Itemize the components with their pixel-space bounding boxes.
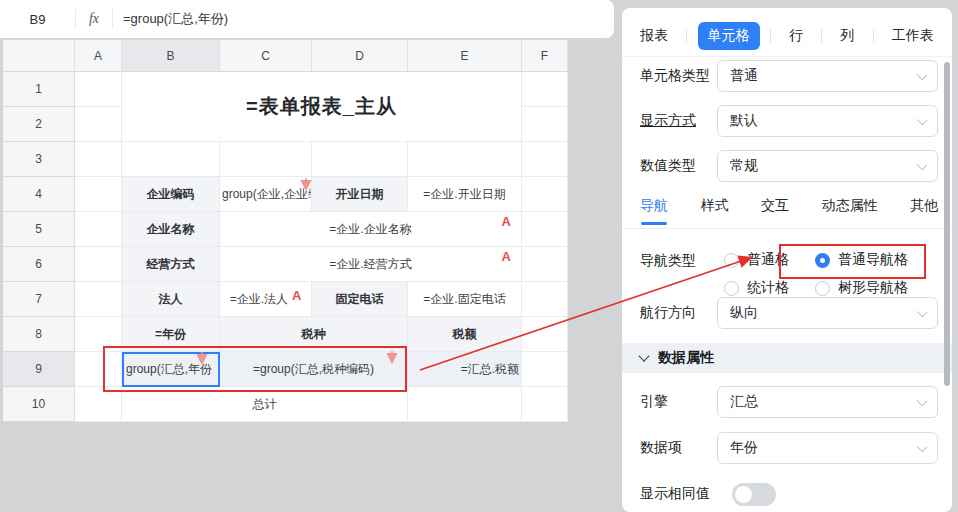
column-header-F[interactable]: F bbox=[522, 40, 568, 72]
subtab-style[interactable]: 样式 bbox=[701, 197, 729, 217]
cell-type-select[interactable]: 普通 bbox=[717, 60, 938, 92]
data-item-select[interactable]: 年份 bbox=[717, 432, 938, 464]
cell-F8[interactable] bbox=[522, 317, 568, 352]
cell-reference-box[interactable]: B9 bbox=[0, 12, 75, 27]
cell-B5[interactable]: 企业名称 bbox=[122, 212, 220, 247]
cell-F6[interactable] bbox=[522, 247, 568, 282]
column-header-E[interactable]: E bbox=[408, 40, 522, 72]
cell-B1-merged-title[interactable]: =表单报表_主从 bbox=[122, 72, 522, 142]
column-header-A[interactable]: A bbox=[75, 40, 122, 72]
display-mode-select[interactable]: 默认 bbox=[717, 105, 938, 137]
cell-C8-merged[interactable]: 税种 bbox=[220, 317, 408, 352]
row-header-9[interactable]: 9 bbox=[3, 352, 75, 387]
row-header-7[interactable]: 7 bbox=[3, 282, 75, 317]
cell-A6[interactable] bbox=[75, 247, 122, 282]
subtab-other[interactable]: 其他 bbox=[910, 197, 938, 217]
tab-worksheet[interactable]: 工作表 bbox=[884, 22, 942, 50]
cell-A8[interactable] bbox=[75, 317, 122, 352]
row-header-1[interactable]: 1 bbox=[3, 72, 75, 107]
cell-F10[interactable] bbox=[522, 387, 568, 422]
cell-E9[interactable]: =汇总.税额 bbox=[408, 352, 522, 387]
cell-B4[interactable]: 企业编码 bbox=[122, 177, 220, 212]
divider bbox=[770, 29, 771, 43]
row-header-4[interactable]: 4 bbox=[3, 177, 75, 212]
cell-E3[interactable] bbox=[408, 142, 522, 177]
cell-C5-merged[interactable]: =企业.企业名称A bbox=[220, 212, 522, 247]
cell-A4[interactable] bbox=[75, 177, 122, 212]
cell-text: =企业.企业名称 bbox=[329, 221, 411, 238]
radio-stat-cell[interactable]: 统计格 bbox=[724, 279, 815, 297]
engine-select[interactable]: 汇总 bbox=[717, 386, 938, 418]
corner-select-all[interactable] bbox=[3, 40, 75, 72]
value-type-row: 数值类型 常规 bbox=[640, 150, 938, 182]
cell-C7[interactable]: =企业.法人A bbox=[220, 282, 312, 317]
radio-label: 普通导航格 bbox=[838, 251, 908, 269]
cell-F1[interactable] bbox=[522, 72, 568, 107]
subtab-interaction[interactable]: 交互 bbox=[761, 197, 789, 217]
show-same-value-toggle-off[interactable] bbox=[732, 483, 776, 506]
value-type-select[interactable]: 常规 bbox=[717, 150, 938, 182]
subtab-dynamic-props[interactable]: 动态属性 bbox=[822, 197, 878, 217]
cell-C4[interactable]: group(企业,企业编 bbox=[220, 177, 312, 212]
spreadsheet-grid: A B C D E F 1 2 3 4 企业编码 group(企业,企业编 开业… bbox=[3, 40, 568, 422]
subtab-navigation[interactable]: 导航 bbox=[640, 197, 668, 217]
cell-C9-merged[interactable]: =group(汇总,税种编码) bbox=[220, 352, 408, 387]
cell-D4[interactable]: 开业日期 bbox=[312, 177, 408, 212]
cell-E7[interactable]: =企业.固定电话 bbox=[408, 282, 522, 317]
cell-F7[interactable] bbox=[522, 282, 568, 317]
cell-D3[interactable] bbox=[312, 142, 408, 177]
cell-B7[interactable]: 法人 bbox=[122, 282, 220, 317]
cell-A9[interactable] bbox=[75, 352, 122, 387]
cell-F4[interactable] bbox=[522, 177, 568, 212]
cell-F2[interactable] bbox=[522, 107, 568, 142]
cell-E4[interactable]: =企业.开业日期 bbox=[408, 177, 522, 212]
tab-column[interactable]: 列 bbox=[832, 22, 862, 50]
nav-direction-select[interactable]: 纵向 bbox=[717, 297, 938, 329]
radio-normal-cell[interactable]: 普通格 bbox=[724, 251, 815, 269]
cell-B10-merged[interactable]: 总计 bbox=[122, 387, 408, 422]
row-header-10[interactable]: 10 bbox=[3, 387, 75, 422]
cell-C6-merged[interactable]: =企业.经营方式A bbox=[220, 247, 522, 282]
cell-A10[interactable] bbox=[75, 387, 122, 422]
formula-input[interactable]: =group(汇总,年份) bbox=[113, 10, 228, 28]
radio-icon bbox=[815, 281, 830, 296]
column-header-C[interactable]: C bbox=[220, 40, 312, 72]
row-header-3[interactable]: 3 bbox=[3, 142, 75, 177]
cell-text: =企业.法人 bbox=[230, 291, 288, 308]
cell-C3[interactable] bbox=[220, 142, 312, 177]
column-header-B[interactable]: B bbox=[122, 40, 220, 72]
cell-A1[interactable] bbox=[75, 72, 122, 107]
cell-F5[interactable] bbox=[522, 212, 568, 247]
cell-type-row: 单元格类型 普通 bbox=[640, 60, 938, 92]
cell-E8[interactable]: 税额 bbox=[408, 317, 522, 352]
column-header-D[interactable]: D bbox=[312, 40, 408, 72]
cell-F3[interactable] bbox=[522, 142, 568, 177]
cell-B9-selected[interactable]: group(汇总,年份 bbox=[122, 352, 220, 387]
cell-B8[interactable]: =年份 bbox=[122, 317, 220, 352]
tab-row[interactable]: 行 bbox=[781, 22, 811, 50]
cell-A2[interactable] bbox=[75, 107, 122, 142]
cell-B6[interactable]: 经营方式 bbox=[122, 247, 220, 282]
style-marker-a: A bbox=[292, 288, 301, 303]
cell-D7[interactable]: 固定电话 bbox=[312, 282, 408, 317]
chevron-down-icon bbox=[917, 442, 928, 453]
tab-report[interactable]: 报表 bbox=[632, 22, 676, 50]
data-properties-section-header[interactable]: 数据属性 bbox=[622, 343, 952, 373]
panel-scrollbar[interactable] bbox=[944, 62, 950, 386]
cell-A5[interactable] bbox=[75, 212, 122, 247]
engine-label: 引擎 bbox=[640, 393, 717, 411]
row-header-8[interactable]: 8 bbox=[3, 317, 75, 352]
chevron-down-icon bbox=[917, 396, 928, 407]
row-header-5[interactable]: 5 bbox=[3, 212, 75, 247]
radio-normal-nav-cell[interactable]: 普通导航格 bbox=[815, 251, 908, 269]
radio-tree-nav-cell[interactable]: 树形导航格 bbox=[815, 279, 908, 297]
cell-F9[interactable] bbox=[522, 352, 568, 387]
selected-value: 汇总 bbox=[730, 393, 758, 411]
row-header-2[interactable]: 2 bbox=[3, 107, 75, 142]
cell-B3[interactable] bbox=[122, 142, 220, 177]
cell-A7[interactable] bbox=[75, 282, 122, 317]
cell-A3[interactable] bbox=[75, 142, 122, 177]
tab-cell[interactable]: 单元格 bbox=[698, 22, 760, 50]
cell-E10[interactable] bbox=[408, 387, 522, 422]
row-header-6[interactable]: 6 bbox=[3, 247, 75, 282]
